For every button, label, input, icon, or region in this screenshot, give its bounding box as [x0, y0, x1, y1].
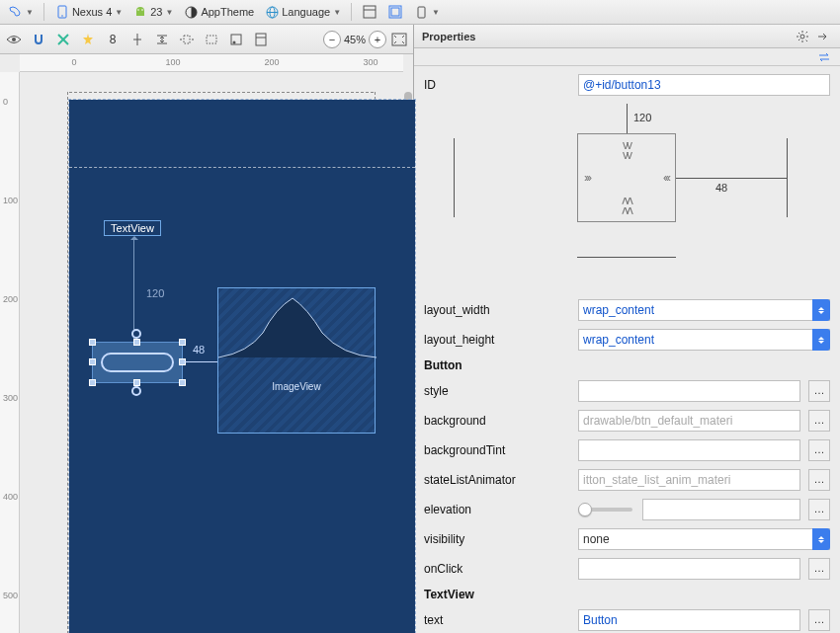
zoom-level: 45%	[344, 34, 366, 45]
svg-point-27	[800, 35, 804, 39]
theme-dropdown[interactable]: AppTheme	[180, 0, 257, 24]
svg-rect-22	[231, 35, 241, 44]
constraint-widget[interactable]: 120 vvvv ʌʌʌʌ ›››‹‹‹ 48	[424, 104, 830, 291]
canvas-button-selected[interactable]	[92, 342, 183, 383]
svg-point-3	[141, 9, 143, 11]
infer-icon[interactable]	[78, 30, 98, 49]
onclick-input[interactable]	[578, 558, 800, 580]
svg-point-23	[233, 40, 236, 43]
swap-icon[interactable]	[814, 47, 834, 67]
resize-handle[interactable]	[179, 379, 186, 386]
pack-icon[interactable]	[152, 30, 172, 49]
constraint-top-label: 120	[146, 287, 164, 299]
android-icon	[132, 4, 148, 20]
resize-handle[interactable]	[89, 358, 96, 365]
svg-point-1	[61, 15, 63, 17]
elevation-input[interactable]	[642, 499, 800, 520]
api-dropdown[interactable]: 23▼	[129, 0, 176, 24]
properties-panel: Properties ID 120 vvvv	[414, 25, 840, 633]
zoom-in-button[interactable]: +	[369, 31, 386, 48]
more-button[interactable]: …	[808, 410, 830, 432]
zoom-out-button[interactable]: −	[323, 31, 341, 48]
section-button: Button	[424, 358, 570, 372]
layout-height-select[interactable]	[578, 329, 830, 351]
more-button[interactable]: …	[808, 380, 830, 402]
constraint-arrow-top	[133, 238, 134, 342]
svg-point-13	[12, 38, 16, 41]
theme-icon	[183, 4, 199, 20]
percent-icon[interactable]	[251, 30, 271, 49]
constraint-anchor[interactable]	[131, 386, 141, 396]
svg-point-2	[137, 9, 139, 11]
globe-icon	[264, 4, 280, 20]
more-button[interactable]: …	[808, 499, 830, 520]
palette-icon	[7, 4, 23, 20]
svg-rect-26	[392, 34, 406, 45]
more-button[interactable]: …	[808, 469, 830, 491]
svg-rect-11	[391, 8, 399, 16]
expand-v-icon[interactable]	[202, 30, 221, 49]
design-toolbar: ▼ Nexus 4▼ 23▼ AppTheme	[0, 0, 840, 25]
more-button[interactable]: …	[808, 558, 830, 580]
more-button[interactable]: …	[808, 609, 830, 631]
zoom-fit-icon[interactable]	[389, 30, 409, 49]
dropdown-button[interactable]	[812, 299, 830, 321]
id-input[interactable]	[578, 74, 830, 96]
section-textview: TextView	[424, 588, 570, 601]
device-dropdown[interactable]: Nexus 4▼	[51, 0, 126, 24]
layout-width-label: layout_width	[424, 303, 570, 317]
layout-width-select[interactable]	[578, 299, 830, 321]
background-input[interactable]	[578, 410, 800, 432]
svg-rect-21	[207, 36, 216, 43]
resize-handle[interactable]	[89, 339, 96, 346]
design-canvas[interactable]: TextView 120	[20, 72, 403, 633]
dropdown-button[interactable]	[812, 528, 830, 550]
collapse-icon[interactable]	[812, 27, 832, 46]
svg-rect-20	[184, 36, 190, 43]
design-pane: 8 − 45% + 0 100 200	[0, 25, 414, 633]
layout-variant1[interactable]	[359, 0, 380, 24]
orientation-dropdown[interactable]: ▼	[410, 0, 443, 24]
margin-value[interactable]: 8	[103, 30, 123, 49]
style-input[interactable]	[578, 380, 800, 402]
gear-icon[interactable]	[793, 27, 812, 46]
dropdown-button[interactable]	[812, 329, 830, 351]
more-button[interactable]: …	[808, 439, 830, 461]
svg-rect-24	[256, 34, 266, 45]
expand-h-icon[interactable]	[177, 30, 197, 49]
visibility-select[interactable]	[578, 528, 830, 550]
palette-dropdown[interactable]: ▼	[4, 0, 37, 24]
ruler-horizontal: 0 100 200 300	[20, 54, 403, 72]
constraint-anchor[interactable]	[131, 329, 141, 339]
design-toolbar-row2: 8 − 45% +	[0, 25, 413, 54]
layout-height-label: layout_height	[424, 333, 570, 347]
align-icon[interactable]	[127, 30, 147, 49]
language-dropdown[interactable]: Language▼	[261, 0, 344, 24]
magnet-icon[interactable]	[29, 30, 48, 49]
phone-icon	[54, 4, 70, 20]
id-label: ID	[424, 78, 570, 92]
panel-title: Properties	[422, 31, 475, 42]
guideline-icon[interactable]	[226, 30, 246, 49]
layout-variant2[interactable]	[384, 0, 406, 24]
constraint-right-label: 48	[193, 344, 205, 356]
statelistanimator-input[interactable]	[578, 469, 800, 491]
resize-handle[interactable]	[179, 339, 186, 346]
canvas-imageview[interactable]: ImageView	[217, 287, 376, 434]
svg-rect-12	[418, 7, 425, 18]
resize-handle[interactable]	[89, 379, 96, 386]
resize-handle[interactable]	[133, 339, 140, 346]
elevation-slider[interactable]	[578, 499, 800, 520]
text-input[interactable]	[578, 609, 800, 631]
imageview-placeholder	[218, 288, 377, 367]
eye-icon[interactable]	[4, 30, 24, 49]
phone-icon	[413, 4, 429, 20]
clear-constraints-icon[interactable]	[53, 30, 73, 49]
resize-handle[interactable]	[133, 379, 140, 386]
ruler-vertical: 0 100 200 300 400 500	[0, 72, 20, 633]
svg-rect-8	[364, 6, 376, 18]
backgroundtint-input[interactable]	[578, 439, 800, 461]
